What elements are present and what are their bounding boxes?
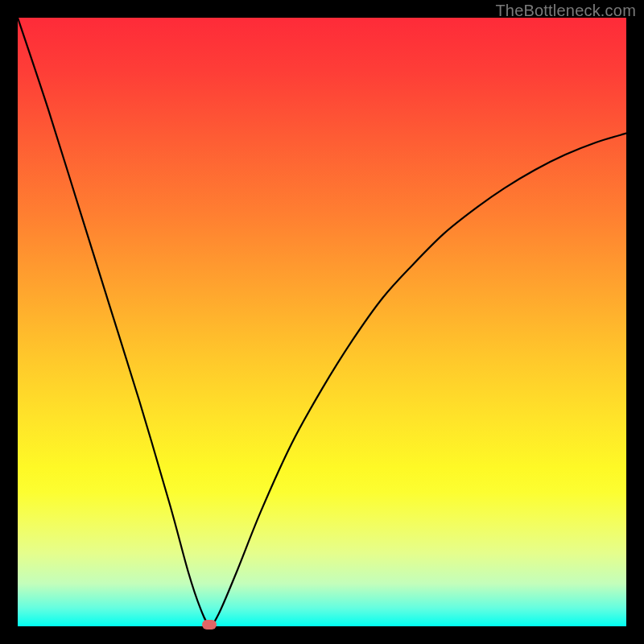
chart-plot-area	[18, 18, 626, 626]
watermark-text: TheBottleneck.com	[495, 2, 636, 20]
optimal-point-marker	[202, 620, 217, 630]
bottleneck-curve	[18, 18, 626, 626]
